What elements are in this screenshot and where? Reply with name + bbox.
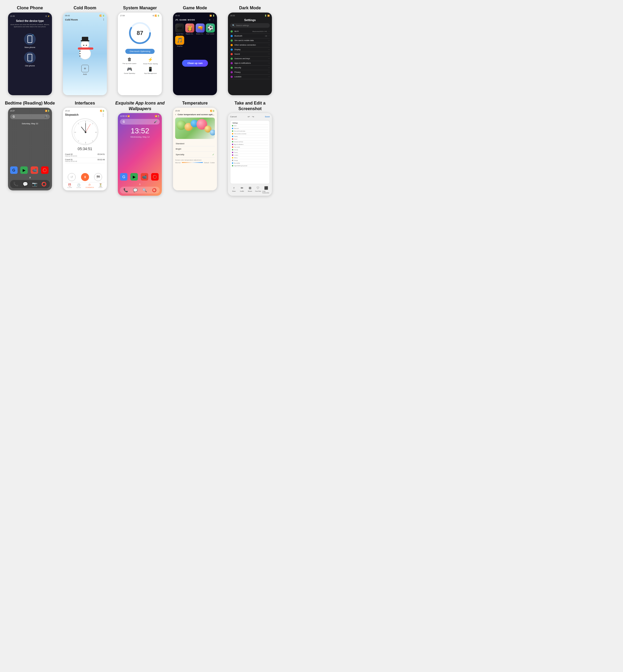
ss-tool-share[interactable]: ↑ Share	[230, 186, 238, 194]
new-phone-icon	[27, 35, 32, 43]
game-app-songpop[interactable]: 🎵 SongPop	[175, 36, 184, 47]
left-eye	[83, 45, 84, 46]
temp-option-bright[interactable]: Bright	[175, 146, 215, 152]
temp-slider-track[interactable]	[182, 162, 203, 163]
screenshot-mockup: Cancel ↩ ↪ Save Settings Wi-Fi	[228, 113, 272, 196]
optimize-button[interactable]: One-touch Optimizing	[125, 49, 154, 54]
sw-reset-button[interactable]: ↺	[68, 173, 76, 181]
security-dot	[231, 67, 233, 69]
game-app-majestic[interactable]: 👸 Majestic Qu...	[185, 24, 194, 35]
ss-redo-icon[interactable]: ↪	[252, 115, 254, 118]
temp-status-bar: 15:09 📶🔋	[175, 110, 215, 112]
bed-chrome-icon[interactable]: ⭕	[40, 182, 48, 187]
bed-app-google[interactable]: G	[10, 167, 18, 174]
icons-bottom-camera[interactable]: 🔍	[141, 188, 149, 192]
chevron-icon-app: ›	[269, 62, 269, 64]
more-icon: ⋮	[212, 19, 215, 21]
clean-ram-button[interactable]: Clean up ram	[182, 60, 208, 67]
icons-screen: 13:52 ⚙ 📶 📶🔋 G 🎤 13:52 Wednesday, May 12…	[118, 113, 162, 196]
bed-app-duo[interactable]: 📹	[31, 167, 38, 174]
ss-cancel-button[interactable]: Cancel	[230, 115, 237, 118]
cold-status-bar: 09:43 📶 🔋	[65, 14, 105, 17]
tab-stopwatch[interactable]: ⏱ STOPWATCH	[86, 183, 94, 188]
asphalt-icon: 🏎	[175, 24, 184, 32]
icons-bottom-phone[interactable]: 📞	[121, 188, 130, 192]
clone-new-phone-option[interactable]: ✦ New phone	[24, 33, 36, 49]
bed-sms-icon[interactable]: 💬	[21, 182, 29, 187]
icons-app-google[interactable]: G	[120, 173, 127, 180]
action-app-management[interactable]: 📱 App Management	[141, 67, 160, 74]
icons-mockup: 13:52 ⚙ 📶 📶🔋 G 🎤 13:52 Wednesday, May 12…	[118, 113, 162, 196]
temp-option-specialty[interactable]: Specialty ✓	[175, 152, 215, 157]
game-mode-title: Game Mode	[183, 5, 207, 11]
icons-bottom-sms[interactable]: 💬	[131, 188, 140, 192]
bed-search-bar[interactable]: G 🎤	[10, 114, 50, 119]
privacy-dot	[231, 71, 233, 73]
app-management-icon: 📱	[148, 67, 153, 72]
bed-app-opera[interactable]: ⭕	[41, 167, 49, 174]
setting-sim[interactable]: Sim card & mobile data ›	[230, 38, 270, 43]
ss-tool-longscreenshot[interactable]: ⬛ Long Screenshot	[262, 186, 270, 194]
plus-icon: +	[209, 19, 211, 21]
sw-controls: ↺ ⏸ 🏁	[65, 173, 105, 181]
location-dot	[231, 76, 233, 78]
ss-undo-icon[interactable]: ↩	[248, 115, 250, 118]
sw-clock-face	[72, 118, 98, 145]
setting-privacy[interactable]: Privacy ›	[230, 70, 270, 75]
setting-display[interactable]: Display ›	[230, 48, 270, 52]
ss-tool-freeshot[interactable]: ♡ Free Shot	[254, 186, 262, 194]
ss-save-button[interactable]: Save	[265, 115, 270, 118]
longshot-icon: ⬛	[264, 186, 268, 190]
game-app-modern[interactable]: 🔫 Modern Co...	[196, 24, 205, 35]
setting-gestures[interactable]: Gestures and keys ›	[230, 57, 270, 61]
setting-wifi[interactable]: Wi-Fi Blackview2020-2.4G ›	[230, 29, 270, 34]
clone-old-phone-option[interactable]: Old phone	[24, 52, 36, 67]
clone-phone-screen: 13:49 ⚙ ⚡ Select the device type clone p…	[8, 12, 52, 95]
game-app-football[interactable]: ⚽ Real Football	[206, 24, 215, 35]
chevron-icon-snd: ›	[269, 53, 269, 55]
temp-back-icon[interactable]: ‹	[175, 113, 176, 116]
icons-search-bar[interactable]: G 🎤	[120, 119, 160, 124]
alarm-icon: ⏰	[68, 183, 71, 186]
action-free-space[interactable]: 🗑 Fee up more space	[120, 57, 139, 64]
icons-app-play[interactable]: ▶	[130, 173, 138, 180]
modern-icon: 🔫	[196, 24, 205, 32]
ss-tool-mosaic[interactable]: ⊞ Mosaic	[246, 186, 254, 194]
action-power-saving[interactable]: ⚡ Smart Power Saving	[141, 57, 160, 64]
chevron-icon: ›	[269, 30, 269, 32]
bed-app-play[interactable]: ▶	[20, 167, 28, 174]
tab-clock[interactable]: 🕐 CLOCK	[77, 183, 81, 188]
tab-alarm[interactable]: ⏰ ALARM	[67, 183, 72, 188]
icons-app-duo[interactable]: 📹	[141, 173, 148, 180]
screenshot-title: Take and Edit a Screenshot	[224, 100, 276, 112]
sw-more-icon[interactable]: ⋮	[101, 113, 105, 117]
setting-bluetooth[interactable]: Bluetooth Off ›	[230, 34, 270, 38]
svg-line-6	[92, 140, 93, 142]
icons-app-opera[interactable]: ⭕	[151, 173, 159, 180]
ss-tool-graffiti[interactable]: ✏ Graffiti	[238, 186, 245, 194]
game-app-asphalt[interactable]: 🏎 Asphalt Nitro	[175, 24, 184, 35]
action-game-speedup[interactable]: 🎮 Game Speedup	[120, 67, 139, 74]
temperature-cell: Temperature 15:09 📶🔋 ‹ Color temperature…	[169, 100, 221, 196]
setting-sound[interactable]: Sound ›	[230, 52, 270, 57]
wifi-dot	[231, 30, 233, 32]
gamemode-screen: 09:43 📶 🔋 🎮 GAME MODE + ⋮ 🏎	[173, 12, 217, 95]
system-manager-title: System Manager	[123, 5, 157, 11]
icons-bottom-chrome[interactable]: ⭕	[150, 188, 159, 192]
tab-timer[interactable]: ⏳ TIMER	[98, 183, 102, 188]
snowman-eyes	[83, 45, 87, 46]
setting-location[interactable]: Location ›	[230, 75, 270, 79]
setting-security[interactable]: Security ›	[230, 66, 270, 70]
sw-flag-button[interactable]: 🏁	[94, 173, 102, 181]
dark-search-bar[interactable]: 🔍 Search settings	[230, 23, 270, 28]
bed-camera-icon[interactable]: 📷	[30, 182, 39, 187]
sw-pause-button[interactable]: ⏸	[81, 173, 89, 181]
add-button-cold[interactable]: + Add	[81, 65, 89, 76]
setting-wireless[interactable]: Other wireless connection ›	[230, 43, 270, 48]
setting-apps[interactable]: Apps & notifications ›	[230, 61, 270, 66]
svg-line-10	[78, 123, 79, 124]
game-header: 🎮 GAME MODE + ⋮	[175, 19, 215, 21]
bed-phone-icon[interactable]: 📞	[12, 182, 20, 187]
sound-dot	[231, 53, 233, 55]
temp-option-standard[interactable]: Standard	[175, 141, 215, 146]
